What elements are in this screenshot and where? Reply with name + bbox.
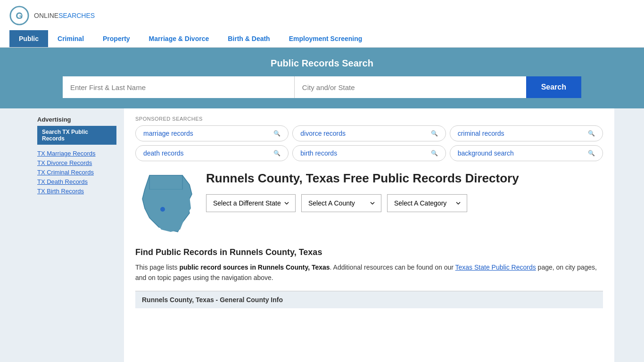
texas-state-records-link[interactable]: Texas State Public Records: [455, 263, 536, 271]
svg-point-4: [160, 207, 165, 212]
search-icon: 🔍: [588, 130, 595, 137]
sponsored-item-label: death records: [143, 149, 184, 157]
sponsored-item-label: birth records: [300, 149, 337, 157]
svg-rect-3: [149, 175, 182, 189]
county-section: Runnels County, Texas Free Public Record…: [135, 171, 603, 238]
logo-area: G ONLINESEARCHES: [9, 6, 635, 25]
sidebar-ad-button[interactable]: Search TX Public Records: [37, 126, 116, 145]
list-item: TX Criminal Records: [37, 168, 116, 176]
tx-map: [135, 171, 197, 238]
sidebar-link-divorce[interactable]: TX Divorce Records: [37, 159, 92, 166]
sponsored-item-background[interactable]: background search 🔍: [450, 145, 603, 161]
texas-map-svg: [135, 171, 197, 237]
find-text-bold: public record sources in Runnels County,…: [179, 263, 330, 271]
county-title: Runnels County, Texas Free Public Record…: [206, 171, 519, 187]
sponsored-item-divorce[interactable]: divorce records 🔍: [292, 125, 446, 141]
sponsored-item-criminal[interactable]: criminal records 🔍: [450, 125, 603, 141]
header: G ONLINESEARCHES Public Criminal Propert…: [0, 0, 644, 48]
sponsored-item-birth[interactable]: birth records 🔍: [292, 145, 446, 161]
logo-text: ONLINESEARCHES: [34, 12, 95, 19]
search-icon: 🔍: [273, 150, 281, 156]
sponsored-item-label: background search: [458, 149, 514, 157]
nav-item-employment[interactable]: Employment Screening: [280, 30, 372, 47]
sidebar: Advertising Search TX Public Records TX …: [30, 108, 124, 362]
find-text-middle: . Additional resources can be found on o…: [330, 263, 455, 271]
general-info-bar: Runnels County, Texas - General County I…: [135, 291, 603, 308]
search-icon: 🔍: [588, 150, 595, 156]
find-text: This page lists public record sources in…: [135, 262, 603, 283]
logo-online: ONLINE: [34, 12, 58, 19]
find-title: Find Public Records in Runnels County, T…: [135, 247, 603, 257]
sidebar-link-death[interactable]: TX Death Records: [37, 178, 88, 185]
name-input[interactable]: [63, 76, 295, 98]
search-button[interactable]: Search: [526, 76, 581, 98]
location-input[interactable]: [295, 76, 526, 98]
main-nav: Public Criminal Property Marriage & Divo…: [9, 30, 635, 47]
nav-item-public[interactable]: Public: [9, 30, 48, 47]
nav-item-property[interactable]: Property: [93, 30, 140, 47]
sponsored-item-marriage[interactable]: marriage records 🔍: [135, 125, 289, 141]
search-icon: 🔍: [431, 130, 438, 137]
sponsored-item-label: criminal records: [458, 130, 504, 137]
list-item: TX Divorce Records: [37, 159, 116, 166]
category-dropdown[interactable]: Select A Category: [387, 194, 467, 212]
sponsored-grid: marriage records 🔍 divorce records 🔍 cri…: [135, 125, 603, 161]
sponsored-item-label: divorce records: [300, 130, 346, 137]
sidebar-ad-title: Advertising: [37, 116, 116, 123]
search-icon: 🔍: [431, 150, 438, 156]
inner-wrapper: Advertising Search TX Public Records TX …: [30, 108, 614, 362]
list-item: TX Death Records: [37, 178, 116, 185]
logo-icon: G: [9, 6, 29, 25]
page-content: SPONSORED SEARCHES marriage records 🔍 di…: [124, 108, 614, 362]
sidebar-link-criminal[interactable]: TX Criminal Records: [37, 169, 94, 176]
list-item: TX Marriage Records: [37, 149, 116, 157]
search-section: Public Records Search Search: [0, 48, 644, 108]
nav-item-birth-death[interactable]: Birth & Death: [218, 30, 279, 47]
list-item: TX Birth Records: [37, 187, 116, 195]
county-info: Runnels County, Texas Free Public Record…: [206, 171, 519, 212]
nav-item-marriage-divorce[interactable]: Marriage & Divorce: [140, 30, 219, 47]
sidebar-link-marriage[interactable]: TX Marriage Records: [37, 150, 96, 157]
sidebar-links: TX Marriage Records TX Divorce Records T…: [37, 149, 116, 195]
main-content: Advertising Search TX Public Records TX …: [30, 108, 614, 362]
search-title: Public Records Search: [9, 58, 635, 69]
content-wrapper: Advertising Search TX Public Records TX …: [0, 108, 644, 362]
find-text-before: This page lists: [135, 263, 179, 271]
state-dropdown[interactable]: Select a Different State: [206, 194, 296, 212]
search-icon: 🔍: [273, 130, 281, 137]
dropdowns: Select a Different State Select A County…: [206, 194, 519, 212]
sponsored-item-label: marriage records: [143, 130, 193, 137]
search-bar: Search: [63, 76, 581, 98]
sidebar-link-birth[interactable]: TX Birth Records: [37, 188, 84, 195]
find-section: Find Public Records in Runnels County, T…: [135, 247, 603, 283]
sponsored-label: SPONSORED SEARCHES: [135, 116, 603, 122]
sponsored-item-death[interactable]: death records 🔍: [135, 145, 289, 161]
nav-item-criminal[interactable]: Criminal: [48, 30, 93, 47]
logo-searches: SEARCHES: [58, 12, 95, 19]
county-dropdown[interactable]: Select A County: [301, 194, 381, 212]
